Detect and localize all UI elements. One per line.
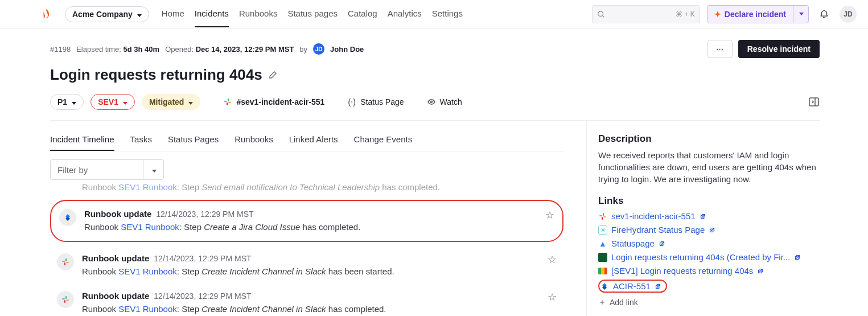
declare-split-button[interactable] — [793, 6, 808, 23]
sidebar-link: ▲Statuspage — [598, 239, 820, 248]
details-sidebar: Description We received reports that cus… — [586, 121, 820, 316]
event-body: Runbook SEV1 Runbook: Step Create a Jira… — [84, 222, 537, 232]
nav-link-status-pages[interactable]: Status pages — [287, 1, 338, 27]
org-switcher[interactable]: Acme Company — [65, 6, 149, 22]
slack-channel-link[interactable]: #sev1-incident-acir-551 — [223, 97, 324, 106]
event-title: Runbook update — [82, 291, 149, 301]
search-icon — [597, 10, 605, 18]
link-icon: ✳ — [598, 225, 607, 235]
svg-point-6 — [430, 101, 432, 103]
elapsed-label: Elapsed time: — [76, 45, 121, 54]
runbook-link[interactable]: SEV1 Runbook — [118, 304, 177, 314]
link-icon: ▲ — [598, 239, 607, 248]
state-label: Mitigated — [149, 97, 184, 106]
description-text: We received reports that customers' IAM … — [598, 149, 820, 185]
chevron-down-icon — [122, 97, 127, 106]
chevron-down-icon — [187, 97, 193, 106]
sidebar-link-anchor[interactable]: sev1-incident-acir-551 — [611, 211, 696, 221]
sidebar-link-anchor[interactable]: Login requests returning 404s (Created b… — [611, 252, 790, 262]
status-page-label: Status Page — [360, 97, 404, 106]
broadcast-icon: (⋅) — [347, 97, 356, 106]
event-icon — [57, 253, 74, 270]
watch-label: Watch — [440, 97, 462, 106]
sidebar-link: Login requests returning 404s (Created b… — [598, 252, 820, 262]
external-icon — [757, 268, 764, 274]
creator-name: John Doe — [330, 45, 364, 54]
tab-tasks[interactable]: Tasks — [130, 129, 152, 151]
tab-change-events[interactable]: Change Events — [354, 129, 413, 151]
nav-link-settings[interactable]: Settings — [432, 1, 463, 27]
link-icon — [598, 212, 607, 221]
declare-incident-button[interactable]: ✦ Declare incident — [707, 5, 809, 23]
status-row: P1 SEV1 Mitigated #sev1-incident-acir-55… — [50, 94, 820, 110]
timeline-event: Runbook update12/14/2023, 12:29 PM MSTRu… — [50, 247, 563, 284]
runbook-link[interactable]: SEV1 Runbook — [121, 222, 179, 232]
watch-button[interactable]: Watch — [427, 97, 462, 106]
event-body: Runbook SEV1 Runbook: Step Create Incide… — [82, 266, 540, 276]
sidebar-link: [SEV1] Login requests returning 404s — [598, 266, 820, 276]
severity-label: SEV1 — [98, 97, 118, 106]
sidebar-link-anchor[interactable]: [SEV1] Login requests returning 404s — [611, 266, 753, 276]
tab-runbooks[interactable]: Runbooks — [235, 129, 273, 151]
search-input[interactable]: ⌘ + K — [592, 5, 700, 23]
event-title: Runbook update — [84, 209, 151, 219]
event-icon — [57, 291, 74, 308]
chevron-down-icon — [143, 160, 163, 179]
event-timestamp: 12/14/2023, 12:29 PM MST — [154, 254, 251, 263]
sidebar-link-anchor[interactable]: FireHydrant Status Page — [611, 225, 705, 235]
eye-icon — [427, 97, 436, 106]
sidebar-link: ✳FireHydrant Status Page — [598, 225, 820, 235]
timeline: Runbook SEV1 Runbook: Step Send email no… — [50, 183, 563, 316]
opened-value: Dec 14, 2023, 12:29 PM MST — [196, 45, 294, 54]
link-icon — [600, 282, 609, 291]
star-button[interactable]: ☆ — [548, 253, 557, 266]
tabs: Incident TimelineTasksStatus PagesRunboo… — [50, 129, 563, 151]
by-label: by — [299, 45, 307, 54]
timeline-cutoff-entry: Runbook SEV1 Runbook: Step Send email no… — [50, 183, 563, 198]
nav-link-analytics[interactable]: Analytics — [388, 1, 422, 27]
sidebar-link-anchor[interactable]: Statuspage — [611, 239, 655, 248]
tab-status-pages[interactable]: Status Pages — [168, 129, 219, 151]
plus-icon: ＋ — [598, 297, 606, 307]
notifications-button[interactable] — [816, 6, 833, 23]
star-button[interactable]: ☆ — [545, 209, 554, 221]
timeline-event: Runbook update12/14/2023, 12:29 PM MSTRu… — [50, 284, 563, 316]
event-timestamp: 12/14/2023, 12:29 PM MST — [154, 292, 251, 301]
sidebar-link-anchor[interactable]: ACIR-551 — [613, 281, 651, 291]
event-body: Runbook SEV1 Runbook: Step Create Incide… — [82, 304, 540, 314]
opened-label: Opened: — [165, 45, 194, 54]
external-icon — [659, 240, 665, 247]
incident-title: Login requests returning 404s — [50, 66, 262, 84]
sidebar-link: sev1-incident-acir-551 — [598, 211, 820, 221]
sidebar-link: ACIR-551 — [598, 280, 667, 293]
link-icon — [598, 266, 607, 276]
declare-label: Declare incident — [725, 10, 786, 19]
nav-link-catalog[interactable]: Catalog — [348, 1, 377, 27]
tab-incident-timeline[interactable]: Incident Timeline — [50, 129, 114, 151]
toggle-panel-button[interactable] — [808, 96, 820, 108]
external-icon — [709, 227, 715, 233]
more-actions-button[interactable]: ⋯ — [707, 40, 733, 58]
org-name: Acme Company — [72, 10, 133, 19]
filter-dropdown[interactable]: Filter by — [50, 159, 164, 180]
edit-title-button[interactable] — [268, 71, 277, 80]
event-timestamp: 12/14/2023, 12:29 PM MST — [156, 210, 253, 219]
add-link-button[interactable]: ＋ Add link — [598, 297, 820, 307]
creator-avatar: JD — [313, 43, 324, 55]
user-avatar[interactable]: JD — [840, 6, 857, 23]
link-icon — [598, 253, 607, 262]
slack-icon — [223, 97, 232, 106]
nav-link-runbooks[interactable]: Runbooks — [239, 1, 278, 27]
runbook-link[interactable]: SEV1 Runbook — [118, 266, 177, 276]
priority-pill[interactable]: P1 — [50, 94, 84, 110]
state-pill[interactable]: Mitigated — [142, 94, 200, 110]
severity-pill[interactable]: SEV1 — [90, 94, 135, 110]
star-button[interactable]: ☆ — [548, 291, 557, 303]
tab-linked-alerts[interactable]: Linked Alerts — [289, 129, 338, 151]
nav-link-incidents[interactable]: Incidents — [195, 1, 229, 27]
timeline-event: Runbook update12/14/2023, 12:29 PM MSTRu… — [50, 200, 563, 242]
resolve-incident-button[interactable]: Resolve incident — [738, 40, 820, 58]
external-icon — [655, 283, 661, 290]
nav-link-home[interactable]: Home — [162, 1, 184, 27]
status-page-link[interactable]: (⋅) Status Page — [347, 97, 404, 106]
